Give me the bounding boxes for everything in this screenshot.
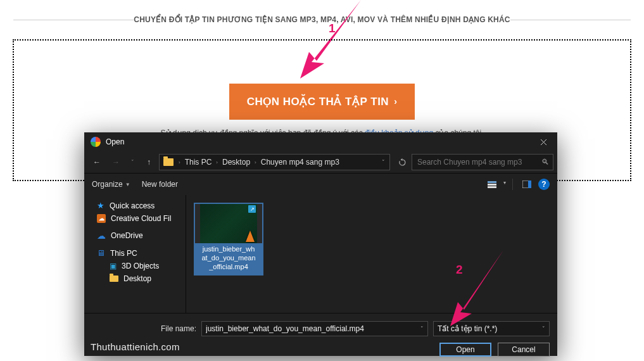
dialog-titlebar[interactable]: Open: [84, 132, 557, 151]
nav-back-button[interactable]: ←: [88, 154, 106, 170]
chevron-down-icon: ▼: [125, 182, 130, 187]
file-open-dialog: Open ← → ˅ ↑ › This PC › Desktop › Chuye…: [84, 132, 557, 356]
file-label: justin_bieber_wh at_do_you_mean _officia…: [195, 243, 262, 274]
close-icon: [540, 139, 547, 146]
preview-pane-icon: [522, 180, 531, 188]
close-button[interactable]: [529, 132, 557, 151]
dialog-toolbar: Organize▼ New folder ?: [84, 174, 557, 195]
choose-file-label: CHỌN HOẶC THẢ TẬP TIN: [247, 95, 389, 108]
pc-icon: 🖥: [97, 248, 105, 258]
view-mode-button[interactable]: [483, 177, 507, 192]
creative-cloud-icon: ☁: [97, 214, 106, 223]
refresh-button[interactable]: [394, 154, 410, 170]
choose-file-button[interactable]: CHỌN HOẶC THẢ TẬP TIN ›: [229, 84, 415, 120]
annotation-number-2: 2: [456, 263, 463, 277]
watermark: Thuthuattienich.com: [91, 341, 180, 352]
chevron-down-icon: ˅: [542, 326, 545, 332]
sidebar: ★Quick access ☁Creative Cloud Fil ☁OneDr…: [84, 195, 186, 313]
svg-rect-0: [488, 181, 496, 183]
dialog-nav: ← → ˅ ↑ › This PC › Desktop › Chuyen mp4…: [84, 151, 557, 174]
chrome-icon: [91, 137, 101, 147]
file-item[interactable]: ↗ justin_bieber_wh at_do_you_mean _offic…: [194, 203, 263, 276]
filename-input[interactable]: [202, 324, 416, 333]
search-box[interactable]: 🔍︎: [412, 154, 553, 170]
file-list[interactable]: ↗ justin_bieber_wh at_do_you_mean _offic…: [186, 195, 557, 313]
view-icon: [488, 181, 496, 188]
chevron-down-icon[interactable]: ˅: [416, 326, 427, 332]
annotation-number-1: 1: [329, 22, 336, 35]
svg-rect-4: [528, 180, 531, 188]
new-folder-button[interactable]: New folder: [142, 180, 178, 189]
video-thumbnail: ↗: [195, 204, 262, 243]
sidebar-item-desktop[interactable]: Desktop: [84, 272, 186, 285]
chevron-right-icon[interactable]: ›: [215, 160, 219, 165]
open-button[interactable]: Open: [439, 343, 491, 357]
vlc-icon: [246, 231, 255, 242]
cube-icon: ▣: [110, 262, 117, 270]
divider-line: [510, 20, 631, 20]
sidebar-item-this-pc[interactable]: 🖥This PC: [84, 246, 186, 260]
filename-field[interactable]: ˅: [201, 321, 428, 336]
sidebar-item-3d-objects[interactable]: ▣3D Objects: [84, 260, 186, 272]
organize-menu[interactable]: Organize▼: [92, 180, 130, 189]
svg-rect-2: [488, 186, 496, 188]
star-icon: ★: [97, 201, 104, 210]
chevron-right-icon[interactable]: ›: [253, 160, 258, 165]
dialog-footer: File name: ˅ Tất cả tệp tin (*.*) ˅ Open…: [84, 313, 557, 361]
help-button[interactable]: ?: [538, 179, 550, 190]
filename-label: File name:: [92, 324, 196, 333]
breadcrumb[interactable]: This PC: [182, 158, 215, 167]
nav-up-button[interactable]: ↑: [140, 154, 158, 170]
chevron-right-icon[interactable]: ›: [177, 160, 182, 165]
folder-icon: [110, 276, 118, 282]
dialog-title: Open: [106, 137, 124, 146]
search-icon: 🔍︎: [541, 158, 549, 167]
breadcrumb[interactable]: Chuyen mp4 sang mp3: [258, 158, 343, 167]
chevron-down-icon[interactable]: ˅: [126, 159, 139, 165]
svg-rect-1: [488, 184, 496, 186]
folder-icon: [163, 158, 174, 166]
sidebar-item-creative-cloud[interactable]: ☁Creative Cloud Fil: [84, 212, 186, 225]
share-badge-icon: ↗: [248, 205, 256, 213]
refresh-icon: [398, 158, 407, 167]
separator: [512, 179, 513, 190]
sidebar-item-quick-access[interactable]: ★Quick access: [84, 199, 186, 212]
sidebar-item-onedrive[interactable]: ☁OneDrive: [84, 229, 186, 243]
divider-line: [13, 20, 134, 20]
nav-forward-button: →: [107, 154, 125, 170]
cancel-button[interactable]: Cancel: [498, 343, 550, 357]
preview-pane-button[interactable]: [518, 177, 536, 192]
chevron-right-icon: ›: [394, 96, 397, 106]
chevron-down-icon[interactable]: ˅: [382, 159, 388, 165]
address-bar[interactable]: › This PC › Desktop › Chuyen mp4 sang mp…: [159, 154, 390, 170]
page-subtitle: CHUYỂN ĐỔI TẬP TIN PHƯƠNG TIỆN SANG MP3,…: [134, 15, 510, 24]
search-input[interactable]: [416, 157, 538, 167]
breadcrumb[interactable]: Desktop: [219, 158, 253, 167]
cloud-icon: ☁: [97, 231, 106, 241]
filetype-select[interactable]: Tất cả tệp tin (*.*) ˅: [433, 321, 550, 336]
